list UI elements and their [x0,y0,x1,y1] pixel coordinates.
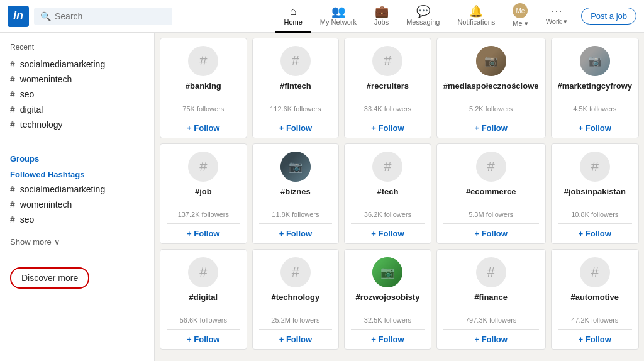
chevron-down-icon: ∨ [54,237,60,247]
card-hashtag-image: # [372,46,402,76]
sidebar-recent-item-socialmediamarketing[interactable]: # socialmediamarketing [10,57,144,72]
hash-symbol: # [199,53,207,69]
nav-item-notifications[interactable]: 🔔 Notifications [448,0,504,33]
nav-item-me[interactable]: Me Me ▾ [504,0,536,33]
post-job-button[interactable]: Post a job [581,8,636,25]
hashtag-icon: # [10,74,15,84]
follow-button-mediaspolecznosciowe[interactable]: + Follow [443,118,539,138]
sidebar-tag-label: digital [20,104,43,114]
search-input[interactable] [55,11,166,21]
nav-item-home[interactable]: ⌂ Home [275,0,311,33]
card-followers: 32.5K followers [364,311,411,324]
sidebar-followed-item-socialmediamarketing[interactable]: # socialmediamarketing [10,182,144,197]
sidebar-tag-label: womenintech [20,74,72,84]
sidebar-recent-item-womenintech[interactable]: # womenintech [10,72,144,87]
card-title: #rozwojosobisty [356,292,420,302]
show-more-button[interactable]: Show more ∨ [0,235,154,252]
nav-label-messaging: Messaging [406,18,440,26]
follow-button-finance[interactable]: + Follow [443,329,539,349]
messaging-icon: 💬 [416,6,430,17]
card-followers: 56.6K followers [180,311,227,324]
nav-label-work: Work ▾ [546,18,568,26]
card-hashtag-image: # [280,257,311,287]
hashtag-grid: # #banking 75K followers + Follow # #fin… [160,38,639,350]
search-icon: 🔍 [40,11,51,21]
follow-button-job[interactable]: + Follow [167,223,240,243]
card-followers: 137.2K followers [178,206,229,218]
card-followers: 25.2M followers [271,311,319,324]
follow-button-ecommerce[interactable]: + Follow [443,223,539,243]
avatar: Me [513,3,528,18]
card-title: #automotive [570,292,619,302]
home-icon: ⌂ [290,6,297,17]
card-title: #mediaspołecznościowe [443,81,539,91]
card-hashtag-image: # [188,46,218,76]
search-bar[interactable]: 🔍 [34,8,172,25]
card-hashtag-image: # [280,46,311,76]
sidebar-recent-item-seo[interactable]: # seo [10,87,144,102]
jobs-icon: 💼 [375,6,389,17]
follow-button-rozwojosobisty[interactable]: + Follow [351,329,425,349]
hashtag-card-technology: # #technology 25.2M followers + Follow [252,249,340,350]
nav-label-notifications: Notifications [457,18,495,26]
nav-item-jobs[interactable]: 💼 Jobs [365,0,397,33]
nav-item-messaging[interactable]: 💬 Messaging [397,0,448,33]
card-hashtag-image: # [372,152,402,182]
sidebar-recent-item-technology[interactable]: # technology [10,117,144,132]
card-title: #digital [189,292,218,302]
sidebar-recent-section: Recent # socialmediamarketing # womenint… [0,43,154,140]
hash-symbol: # [591,264,599,280]
sidebar-groups-title[interactable]: Groups [0,150,154,166]
hashtag-card-biznes: 📷 #biznes 11.8K followers + Follow [252,143,340,244]
card-followers: 5.2K followers [469,100,513,113]
follow-button-fintech[interactable]: + Follow [259,118,333,138]
sidebar-followed-hashtags-title[interactable]: Followed Hashtags [0,166,154,182]
card-title: #marketingcyfrowy [558,81,633,91]
hashtag-card-rozwojosobisty: 📷 #rozwojosobisty 32.5K followers + Foll… [344,249,431,350]
sidebar-recent-item-digital[interactable]: # digital [10,102,144,117]
card-image: 📷 [580,46,610,76]
nav-label-jobs: Jobs [374,18,389,26]
follow-button-digital[interactable]: + Follow [167,329,240,349]
hash-symbol: # [199,264,207,280]
sidebar-followed-item-womenintech[interactable]: # womenintech [10,197,144,212]
card-title: #biznes [280,187,311,196]
hashtag-card-finance: # #finance 797.3K followers + Follow [436,249,546,350]
card-followers: 5.3M followers [469,206,513,218]
follow-button-marketingcyfrowy[interactable]: + Follow [558,118,633,138]
follow-button-recruiters[interactable]: + Follow [351,118,425,138]
card-hashtag-image: # [580,152,610,182]
card-followers: 112.6K followers [270,100,321,113]
follow-button-banking[interactable]: + Follow [167,118,240,138]
card-followers: 75K followers [182,100,224,113]
hashtag-card-jobsinpakistan: # #jobsinpakistan 10.8K followers + Foll… [551,143,640,244]
follow-button-tech[interactable]: + Follow [351,223,425,243]
sidebar-followed-item-seo[interactable]: # seo [10,212,144,227]
discover-more-button[interactable]: Discover more [10,267,89,289]
card-followers: 10.8K followers [571,206,618,218]
notifications-icon: 🔔 [469,6,483,17]
hash-symbol: # [591,158,599,175]
hash-symbol: # [384,158,391,175]
card-hashtag-image: # [476,257,506,287]
card-title: #banking [186,81,221,91]
follow-button-technology[interactable]: + Follow [259,329,333,349]
mynetwork-icon: 👥 [331,6,345,17]
card-title: #fintech [280,81,311,91]
follow-button-automotive[interactable]: + Follow [558,329,633,349]
sidebar-tag-label: seo [20,89,35,99]
card-title: #tech [377,187,398,196]
sidebar-followed-section: # socialmediamarketing # womenintech # s… [0,182,154,235]
nav-label-mynetwork: My Network [320,18,357,26]
follow-button-biznes[interactable]: + Follow [259,223,333,243]
hashtag-card-recruiters: # #recruiters 33.4K followers + Follow [344,38,431,138]
follow-button-jobsinpakistan[interactable]: + Follow [558,223,633,243]
content-area: # #banking 75K followers + Follow # #fin… [155,33,644,361]
hash-symbol: # [199,158,207,175]
nav-items: ⌂ Home 👥 My Network 💼 Jobs 💬 Messaging 🔔… [275,0,577,33]
nav-item-work[interactable]: ⋯ Work ▾ [537,0,577,33]
linkedin-logo[interactable]: in [8,6,29,27]
nav-item-mynetwork[interactable]: 👥 My Network [311,0,365,33]
hash-symbol: # [487,264,495,280]
main-layout: Recent # socialmediamarketing # womenint… [0,33,644,361]
